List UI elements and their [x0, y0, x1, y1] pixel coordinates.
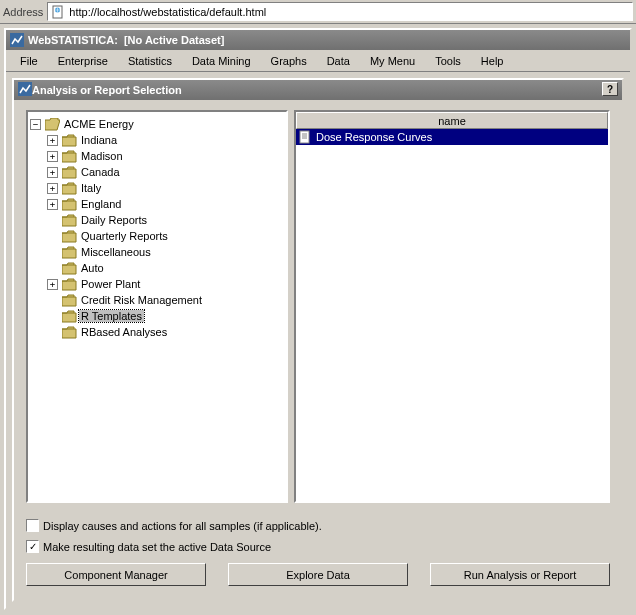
run-button[interactable]: Run Analysis or Report: [430, 563, 610, 586]
folder-icon: [62, 230, 77, 243]
menu-data-mining[interactable]: Data Mining: [182, 52, 261, 70]
list-header-name: name: [297, 115, 607, 127]
option-display-causes[interactable]: Display causes and actions for all sampl…: [26, 519, 610, 532]
expander-placeholder: [47, 263, 58, 274]
dialog: Analysis or Report Selection ? −: [12, 78, 624, 602]
list-item[interactable]: Dose Response Curves: [296, 129, 608, 145]
list-item-label: Dose Response Curves: [316, 131, 432, 143]
tree-item[interactable]: RBased Analyses: [47, 324, 284, 340]
folder-icon: [62, 134, 77, 147]
dialog-title-bar: Analysis or Report Selection ?: [14, 80, 622, 100]
menu-help[interactable]: Help: [471, 52, 514, 70]
expander-placeholder: [47, 311, 58, 322]
tree-pane[interactable]: − ACME Energy +Indiana+Madison+Canada+It…: [26, 110, 288, 503]
explore-data-button[interactable]: Explore Data: [228, 563, 408, 586]
folder-icon: [62, 310, 77, 323]
folder-icon: [62, 294, 77, 307]
menu-tools[interactable]: Tools: [425, 52, 471, 70]
menu-my-menu[interactable]: My Menu: [360, 52, 425, 70]
app-title: WebSTATISTICA: [No Active Dataset]: [28, 34, 224, 46]
expander-placeholder: [47, 327, 58, 338]
address-bar: Address http://localhost/webstatistica/d…: [0, 0, 636, 24]
tree-item[interactable]: Credit Risk Management: [47, 292, 284, 308]
document-icon: [298, 130, 312, 144]
option-display-causes-label: Display causes and actions for all sampl…: [43, 520, 322, 532]
list-pane[interactable]: name Dose Response Curves: [294, 110, 610, 503]
dialog-body: − ACME Energy +Indiana+Madison+Canada+It…: [14, 100, 622, 600]
menu-data[interactable]: Data: [317, 52, 360, 70]
menu-file[interactable]: File: [10, 52, 48, 70]
checkbox-checked-icon[interactable]: ✓: [26, 540, 39, 553]
folder-icon: [62, 150, 77, 163]
tree-item[interactable]: +Indiana: [47, 132, 284, 148]
expand-icon[interactable]: +: [47, 199, 58, 210]
expander-placeholder: [47, 215, 58, 226]
tree-item[interactable]: Daily Reports: [47, 212, 284, 228]
buttons-row: Component Manager Explore Data Run Analy…: [26, 563, 610, 590]
expander-placeholder: [47, 247, 58, 258]
tree-item-label: Auto: [79, 262, 106, 274]
option-make-active[interactable]: ✓ Make resulting data set the active Dat…: [26, 540, 610, 553]
tree-root[interactable]: − ACME Energy: [30, 116, 284, 132]
menu-graphs[interactable]: Graphs: [261, 52, 317, 70]
expand-icon[interactable]: +: [47, 167, 58, 178]
dialog-icon: [18, 82, 32, 98]
folder-icon: [62, 246, 77, 259]
expand-icon[interactable]: +: [47, 183, 58, 194]
expander-placeholder: [47, 231, 58, 242]
tree-item[interactable]: +England: [47, 196, 284, 212]
tree-item-label: Canada: [79, 166, 122, 178]
tree-item-label: Credit Risk Management: [79, 294, 204, 306]
tree-item[interactable]: Miscellaneous: [47, 244, 284, 260]
address-input[interactable]: http://localhost/webstatistica/default.h…: [47, 2, 633, 21]
menu-enterprise[interactable]: Enterprise: [48, 52, 118, 70]
app-title-bar: WebSTATISTICA: [No Active Dataset]: [6, 30, 630, 50]
address-url: http://localhost/webstatistica/default.h…: [69, 6, 266, 18]
dialog-title: Analysis or Report Selection: [32, 84, 182, 96]
svg-rect-4: [300, 131, 309, 143]
checkbox-icon[interactable]: [26, 519, 39, 532]
tree-item-label: R Templates: [79, 310, 144, 322]
expander-placeholder: [47, 295, 58, 306]
expand-icon[interactable]: +: [47, 151, 58, 162]
expand-icon[interactable]: +: [47, 279, 58, 290]
collapse-icon[interactable]: −: [30, 119, 41, 130]
menu-bar: File Enterprise Statistics Data Mining G…: [6, 50, 630, 72]
tree-item-label: Italy: [79, 182, 103, 194]
app-window: WebSTATISTICA: [No Active Dataset] File …: [4, 28, 632, 610]
tree-item-label: Madison: [79, 150, 125, 162]
tree-item-label: England: [79, 198, 123, 210]
list-header[interactable]: name: [296, 112, 608, 129]
folder-icon: [62, 198, 77, 211]
page-icon: [51, 5, 65, 19]
tree-item-label: Miscellaneous: [79, 246, 153, 258]
folder-icon: [62, 214, 77, 227]
tree: − ACME Energy +Indiana+Madison+Canada+It…: [30, 116, 284, 340]
tree-root-label: ACME Energy: [62, 118, 136, 130]
folder-icon: [62, 166, 77, 179]
component-manager-button[interactable]: Component Manager: [26, 563, 206, 586]
tree-item-label: Power Plant: [79, 278, 142, 290]
tree-item-label: Quarterly Reports: [79, 230, 170, 242]
folder-icon: [62, 262, 77, 275]
tree-item-label: Indiana: [79, 134, 119, 146]
menu-statistics[interactable]: Statistics: [118, 52, 182, 70]
tree-item[interactable]: +Power Plant: [47, 276, 284, 292]
list-body: Dose Response Curves: [296, 129, 608, 145]
option-make-active-label: Make resulting data set the active Data …: [43, 541, 271, 553]
folder-open-icon: [45, 118, 60, 131]
tree-item[interactable]: Auto: [47, 260, 284, 276]
tree-item[interactable]: +Canada: [47, 164, 284, 180]
content-area: Analysis or Report Selection ? −: [6, 72, 630, 608]
folder-icon: [62, 182, 77, 195]
folder-icon: [62, 278, 77, 291]
tree-item[interactable]: +Madison: [47, 148, 284, 164]
tree-item[interactable]: R Templates: [47, 308, 284, 324]
help-button[interactable]: ?: [602, 82, 618, 96]
tree-item-label: RBased Analyses: [79, 326, 169, 338]
tree-item[interactable]: +Italy: [47, 180, 284, 196]
tree-item[interactable]: Quarterly Reports: [47, 228, 284, 244]
expand-icon[interactable]: +: [47, 135, 58, 146]
folder-icon: [62, 326, 77, 339]
address-label: Address: [3, 6, 43, 18]
